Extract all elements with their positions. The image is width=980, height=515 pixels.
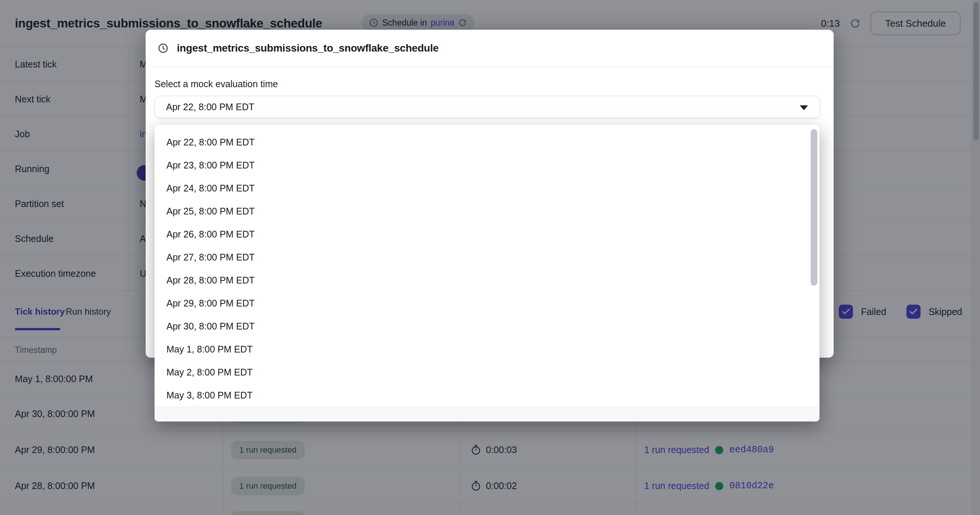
option-apr27[interactable]: Apr 27, 8:00 PM EDT: [154, 246, 819, 269]
option-apr25[interactable]: Apr 25, 8:00 PM EDT: [154, 200, 819, 223]
modal-header: ingest_metrics_submissions_to_snowflake_…: [146, 30, 834, 67]
mock-time-dropdown: Apr 22, 8:00 PM EDT Apr 23, 8:00 PM EDT …: [154, 125, 819, 422]
dropdown-scrollbar-thumb[interactable]: [811, 129, 817, 286]
option-apr23[interactable]: Apr 23, 8:00 PM EDT: [154, 154, 819, 177]
option-may3[interactable]: May 3, 8:00 PM EDT: [154, 383, 819, 407]
option-apr28[interactable]: Apr 28, 8:00 PM EDT: [154, 269, 819, 292]
option-apr29[interactable]: Apr 29, 8:00 PM EDT: [154, 292, 819, 315]
option-apr30[interactable]: Apr 30, 8:00 PM EDT: [154, 315, 819, 338]
schedule-page: ingest_metrics_submissions_to_snowflake_…: [0, 0, 980, 515]
dropdown-footer: [154, 407, 819, 422]
option-may1[interactable]: May 1, 8:00 PM EDT: [154, 338, 819, 361]
option-apr24[interactable]: Apr 24, 8:00 PM EDT: [154, 177, 819, 200]
mock-time-select[interactable]: Apr 22, 8:00 PM EDT: [154, 96, 820, 118]
modal-title: ingest_metrics_submissions_to_snowflake_…: [177, 42, 439, 54]
selected-mock-time: Apr 22, 8:00 PM EDT: [166, 101, 255, 113]
mock-time-options: Apr 22, 8:00 PM EDT Apr 23, 8:00 PM EDT …: [154, 131, 819, 407]
mock-time-label: Select a mock evaluation time: [154, 79, 278, 89]
option-apr26[interactable]: Apr 26, 8:00 PM EDT: [154, 223, 819, 246]
clock-icon: [158, 43, 169, 54]
option-may2[interactable]: May 2, 8:00 PM EDT: [154, 361, 819, 383]
option-apr22[interactable]: Apr 22, 8:00 PM EDT: [154, 131, 819, 154]
chevron-down-icon: [800, 105, 808, 110]
